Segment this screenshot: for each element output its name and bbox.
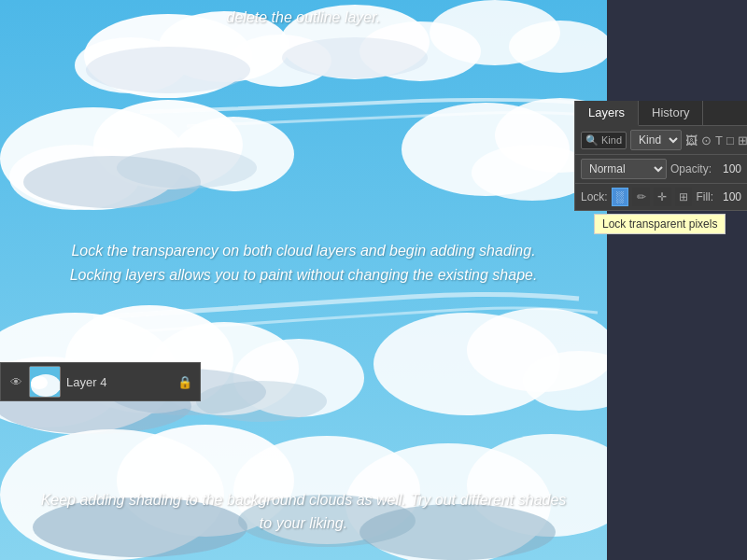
layers-filter-toolbar: 🔍 Kind Kind 🖼 ⊙ T □ ⊞ — [575, 126, 747, 155]
layer-visibility-toggle[interactable]: 👁 — [8, 374, 23, 389]
layer-thumbnail — [29, 366, 61, 398]
layer-name: Layer 4 — [66, 375, 172, 389]
svg-point-27 — [196, 381, 327, 422]
layer-lock[interactable]: 🔒 — [177, 375, 192, 389]
lock-transparent-pixels-button[interactable]: ░ — [612, 188, 629, 206]
text-top: delete the outline layer. — [0, 0, 607, 35]
shape-filter-icon[interactable]: □ — [726, 130, 734, 150]
opacity-value: 100 — [715, 162, 741, 175]
fill-value: 100 — [717, 190, 741, 203]
layer-bar[interactable]: 👁 Layer 4 🔒 — [0, 362, 201, 401]
text-bottom: Keep adding shading to the background cl… — [0, 481, 607, 543]
svg-point-16 — [117, 147, 257, 189]
tab-history[interactable]: History — [639, 101, 703, 125]
lock-image-pixels-button[interactable]: ✏ — [632, 188, 650, 206]
blend-opacity-row: Normal Opacity: 100 — [575, 155, 747, 184]
tooltip-lock-transparent: Lock transparent pixels — [594, 214, 726, 234]
search-icon: 🔍 — [585, 134, 599, 147]
svg-point-10 — [282, 37, 428, 78]
pixel-filter-icon[interactable]: 🖼 — [685, 130, 698, 150]
svg-point-9 — [86, 47, 250, 93]
kind-dropdown[interactable]: Kind — [630, 130, 682, 150]
canvas-area: delete the outline layer. Lock the trans… — [0, 0, 607, 560]
sky-background: delete the outline layer. Lock the trans… — [0, 0, 607, 560]
layers-panel: Layers History 🔍 Kind Kind 🖼 ⊙ T □ ⊞ Nor… — [574, 101, 747, 211]
type-filter-icon[interactable]: T — [715, 130, 723, 150]
lock-artboards-button[interactable]: ⊞ — [675, 188, 693, 206]
lock-row: Lock: ░ ✏ ✛ ⊞ Fill: 100 Lock transparent… — [575, 184, 747, 211]
search-box[interactable]: 🔍 Kind — [581, 132, 627, 149]
svg-point-41 — [31, 376, 48, 389]
smart-filter-icon[interactable]: ⊞ — [738, 130, 747, 150]
kind-label: Kind — [601, 134, 622, 146]
opacity-label: Opacity: — [670, 162, 712, 175]
tab-layers[interactable]: Layers — [575, 101, 639, 126]
text-middle: Lock the transparency on both cloud laye… — [0, 231, 607, 294]
lock-label: Lock: — [581, 190, 608, 203]
lock-position-button[interactable]: ✛ — [654, 188, 671, 206]
blend-mode-dropdown[interactable]: Normal — [581, 159, 667, 179]
fill-label: Fill: — [696, 190, 713, 203]
adjustment-filter-icon[interactable]: ⊙ — [701, 130, 712, 150]
panel-tabs: Layers History — [575, 101, 747, 126]
